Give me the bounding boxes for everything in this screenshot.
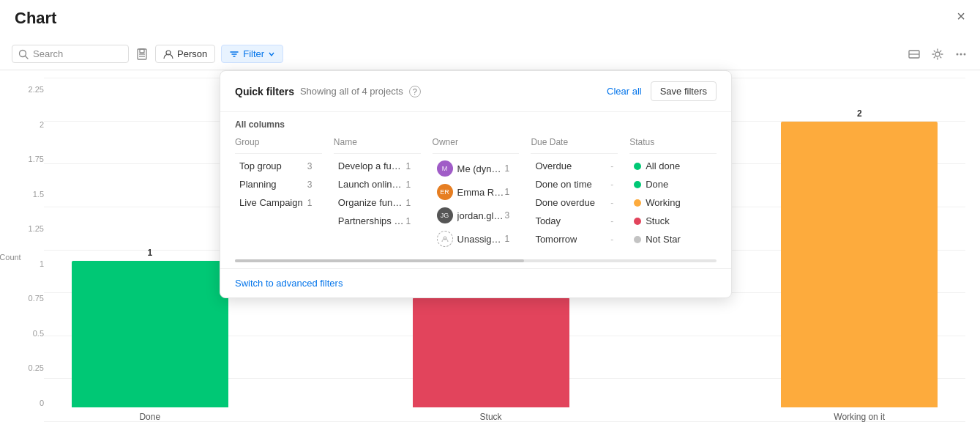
avatar-jordan: JG: [437, 207, 453, 223]
owner-header: Owner: [433, 134, 520, 154]
bar-done-value: 1: [147, 248, 152, 258]
y-axis: 2.25 2 1.75 1.5 1.25 1 0.75 0.5 0.25 0: [15, 85, 44, 407]
svg-point-14: [960, 53, 962, 55]
owner-column: Owner M Me (dynam... 1 ER Emma Ryan 1: [427, 134, 525, 251]
status-dot-working: [634, 199, 641, 207]
y-label-15: 1.5: [33, 190, 44, 199]
y-label-225: 2.25: [29, 85, 44, 94]
search-label: Search: [33, 48, 63, 59]
y-label-05: 0.5: [33, 329, 44, 338]
search-icon: [18, 49, 29, 59]
filter-partnerships[interactable]: Partnerships & S... 1: [334, 212, 421, 230]
y-label-175: 1.75: [29, 155, 44, 163]
search-box[interactable]: Search: [12, 45, 129, 63]
toolbar-right: [907, 47, 968, 62]
bar-done[interactable]: 1 Done: [72, 248, 228, 422]
bar-stuck[interactable]: Stuck: [413, 297, 569, 422]
bar-working-value: 2: [857, 108, 862, 119]
group-column: Group Top group 3 Planning 3 Live Campai…: [229, 134, 328, 251]
bar-stuck-label: Stuck: [480, 412, 502, 422]
y-label-025: 0.25: [29, 363, 44, 372]
due-date-column: Due Date Overdue - Done on time - Done o…: [525, 134, 624, 251]
filter-me[interactable]: M Me (dynam... 1: [433, 157, 520, 180]
filter-done-on-time[interactable]: Done on time -: [531, 175, 618, 193]
status-dot-all-done: [634, 163, 641, 170]
quick-filters-title: Quick filters: [235, 86, 294, 97]
group-header: Group: [235, 134, 322, 154]
settings-icon[interactable]: [930, 47, 945, 62]
name-column: Name Develop a fundr... 1 Launch online …: [328, 134, 427, 251]
filter-unassigned[interactable]: Unassigned 1: [433, 227, 520, 251]
bar-working-label: Working on it: [834, 412, 885, 422]
due-date-header: Due Date: [531, 134, 618, 154]
filter-top-group[interactable]: Top group 3: [235, 157, 322, 175]
filter-planning[interactable]: Planning 3: [235, 175, 322, 193]
chart-container: Chart × Search Person: [0, 0, 980, 444]
svg-point-13: [957, 53, 959, 55]
svg-point-12: [935, 52, 940, 56]
svg-rect-3: [140, 49, 144, 53]
collapse-icon[interactable]: [907, 47, 921, 62]
scrollbar[interactable]: [220, 256, 731, 268]
avatar-me: M: [437, 160, 453, 177]
status-dot-stuck: [634, 218, 641, 225]
filter-develop[interactable]: Develop a fundr... 1: [334, 157, 421, 175]
switch-advanced-filters[interactable]: Switch to advanced filters: [220, 268, 731, 297]
save-filters-button[interactable]: Save filters: [651, 81, 717, 101]
filter-organize[interactable]: Organize fundrai... 1: [334, 193, 421, 212]
svg-line-1: [26, 56, 29, 59]
y-axis-title: Count: [0, 253, 21, 262]
person-icon: [163, 49, 173, 59]
person-button[interactable]: Person: [155, 45, 215, 63]
status-dot-not-star: [634, 236, 641, 243]
bar-working[interactable]: 2 Working on it: [781, 108, 938, 422]
filter-overdue[interactable]: Overdue -: [531, 157, 618, 175]
filter-tomorrow[interactable]: Tomorrow -: [531, 230, 618, 248]
filter-icon: [229, 49, 239, 59]
status-column: Status All done Done Work: [624, 134, 722, 251]
filter-today[interactable]: Today -: [531, 212, 618, 230]
status-dot-done: [634, 181, 641, 188]
filter-done-overdue[interactable]: Done overdue -: [531, 193, 618, 212]
quick-filters-panel: Quick filters Showing all of 4 projects …: [220, 70, 732, 298]
save-icon[interactable]: [135, 47, 149, 62]
more-icon[interactable]: [954, 47, 968, 62]
quick-filters-header: Quick filters Showing all of 4 projects …: [220, 71, 731, 112]
svg-point-15: [964, 53, 966, 55]
bar-done-label: Done: [139, 412, 160, 422]
status-header: Status: [629, 134, 717, 154]
filter-label: Filter: [243, 48, 264, 59]
filter-emma[interactable]: ER Emma Ryan 1: [433, 180, 520, 204]
all-columns-label: All columns: [220, 112, 731, 134]
person-label: Person: [177, 48, 207, 59]
filter-not-star-status[interactable]: Not Star: [629, 230, 717, 248]
scrollbar-thumb: [235, 259, 524, 262]
avatar-emma: ER: [437, 184, 453, 200]
filter-launch[interactable]: Launch online ca... 1: [334, 175, 421, 193]
quick-filters-subtitle: Showing all of 4 projects: [300, 86, 403, 97]
chevron-down-icon: [268, 51, 275, 58]
filter-columns: Group Top group 3 Planning 3 Live Campai…: [220, 134, 731, 256]
filter-done-status[interactable]: Done: [629, 175, 717, 193]
y-label-075: 0.75: [29, 294, 44, 303]
filter-stuck-status[interactable]: Stuck: [629, 212, 717, 230]
filter-live-campaign[interactable]: Live Campaign 1: [235, 193, 322, 212]
filter-button[interactable]: Filter: [221, 45, 283, 63]
page-title: Chart: [15, 9, 56, 28]
close-button[interactable]: ×: [957, 9, 965, 23]
toolbar: Search Person Filter: [0, 38, 980, 70]
name-header: Name: [334, 134, 421, 154]
unassigned-icon: [437, 231, 453, 247]
filter-all-done[interactable]: All done: [629, 157, 717, 175]
filter-working-status[interactable]: Working: [629, 193, 717, 212]
scrollbar-track: [235, 259, 717, 262]
y-label-125: 1.25: [29, 224, 44, 233]
filter-jordan[interactable]: JG jordan.glov... 3: [433, 204, 520, 227]
help-icon[interactable]: ?: [409, 86, 421, 97]
clear-all-button[interactable]: Clear all: [607, 86, 642, 97]
quick-filters-actions: Clear all Save filters: [607, 81, 717, 101]
